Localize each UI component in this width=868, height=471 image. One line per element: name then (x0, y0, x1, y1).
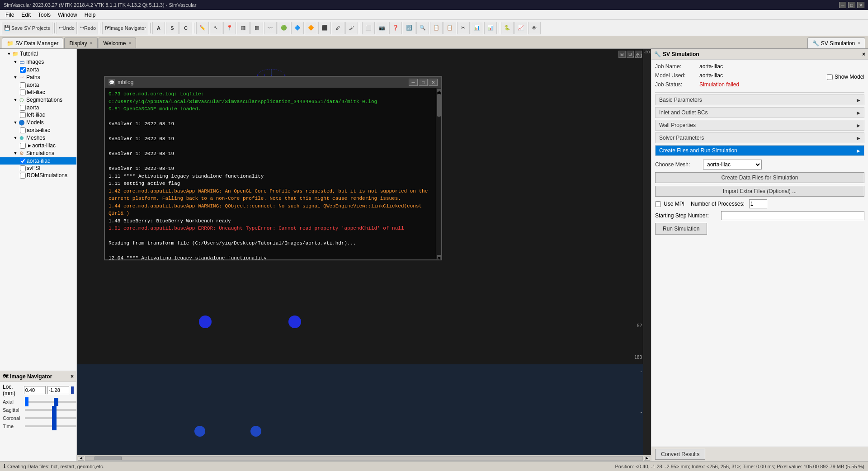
tree-arrow-images[interactable]: ▼ (13, 60, 18, 64)
tree-item-aorta-iliac-sim[interactable]: aorta-iliac (0, 157, 76, 165)
mode-a-button[interactable]: A (152, 22, 165, 34)
starting-step-input[interactable] (721, 211, 864, 220)
mesh-checkbox[interactable] (20, 143, 26, 149)
tool-23[interactable]: 🐍 (501, 22, 514, 34)
tree-item-left-iliac-path[interactable]: left-iliac (0, 89, 76, 96)
terminal-scroll-thumb[interactable] (437, 94, 441, 117)
tool-21[interactable]: 📊 (471, 22, 483, 34)
solver-params-section[interactable]: Solver Parameters ▶ (655, 132, 864, 143)
aorta-path-checkbox[interactable] (20, 82, 26, 88)
tool-4[interactable]: ▦ (237, 22, 250, 34)
tree-arrow-paths[interactable]: ▼ (13, 75, 18, 80)
use-mpi-checkbox[interactable] (655, 201, 661, 207)
tree-item-simulations[interactable]: ▼ ⚙ Simulations (0, 149, 76, 157)
loc-x-input[interactable] (24, 386, 46, 394)
coronal-slider[interactable] (25, 417, 76, 419)
terminal-scroll-up[interactable]: ▲ (437, 89, 441, 92)
tool-7[interactable]: 🟢 (278, 22, 290, 34)
tool-20[interactable]: ✂ (457, 22, 470, 34)
time-slider[interactable] (25, 425, 76, 427)
tool-19[interactable]: 📋 (443, 22, 456, 34)
terminal-scroll-down[interactable]: ▼ (437, 255, 441, 259)
left-iliac-path-checkbox[interactable] (20, 89, 26, 95)
basic-params-section[interactable]: Basic Parameters ▶ (655, 94, 864, 105)
terminal-maximize-button[interactable]: □ (419, 79, 428, 86)
loc-y-input[interactable] (47, 386, 69, 394)
aorta-seg-checkbox[interactable] (20, 105, 26, 111)
terminal-close-button[interactable]: ✕ (429, 79, 438, 86)
tool-17[interactable]: 🔍 (416, 22, 429, 34)
undo-button[interactable]: ↩ Undo (57, 22, 77, 34)
inlet-outlet-section[interactable]: Inlet and Outlet BCs ▶ (655, 107, 864, 118)
menu-tools[interactable]: Tools (34, 11, 54, 19)
scroll-track[interactable] (85, 456, 643, 461)
tool-15[interactable]: ❓ (389, 22, 402, 34)
tree-arrow-segs[interactable]: ▼ (13, 98, 18, 102)
tree-item-aorta-seg[interactable]: aorta (0, 104, 76, 111)
close-button[interactable]: ✕ (857, 2, 864, 8)
create-run-section[interactable]: Create Files and Run Simulation ▶ (655, 145, 864, 156)
close-welcome-button[interactable]: × (128, 41, 131, 46)
axial-slider[interactable] (27, 401, 76, 403)
tree-item-svfsi[interactable]: svFSI (0, 165, 76, 172)
terminal-output[interactable]: 0.73 core.mod.core.log: Logfile: C:/User… (105, 88, 436, 259)
wall-props-section[interactable]: Wall Properties ▶ (655, 120, 864, 131)
tree-item-paths[interactable]: ▼ 〰 Paths (0, 73, 76, 81)
mode-c-button[interactable]: C (179, 22, 192, 34)
num-procs-input[interactable] (749, 199, 767, 208)
show-model-checkbox[interactable] (827, 74, 833, 80)
tree-arrow-models[interactable]: ▼ (13, 120, 18, 125)
tool-2[interactable]: ↖ (210, 22, 222, 34)
tool-10[interactable]: ⬛ (318, 22, 331, 34)
tree-item-left-iliac-seg[interactable]: left-iliac (0, 111, 76, 118)
tree-arrow-tutorial[interactable]: ▼ (6, 52, 12, 56)
tool-22[interactable]: 📊 (484, 22, 497, 34)
close-image-nav-button[interactable]: × (71, 373, 74, 380)
left-iliac-seg-checkbox[interactable] (20, 112, 26, 118)
tree-item-aorta-iliac-mesh[interactable]: ▶ aorta-iliac (0, 142, 76, 149)
run-simulation-button[interactable]: Run Simulation (655, 223, 707, 235)
tree-item-segmentations[interactable]: ▼ ⬡ Segmentations (0, 96, 76, 104)
tree-item-meshes[interactable]: ▼ ⬢ Meshes (0, 134, 76, 142)
tool-9[interactable]: 🔶 (305, 22, 317, 34)
tool-6[interactable]: 〰 (264, 22, 277, 34)
sagittal-slider[interactable] (25, 409, 76, 411)
choose-mesh-dropdown[interactable]: aorta-iliac (703, 160, 762, 170)
tool-25[interactable]: 👁 (528, 22, 541, 34)
close-sim-panel-button[interactable]: × (862, 51, 865, 57)
tab-data-manager[interactable]: 📁 SV Data Manager (2, 38, 63, 48)
tree-item-aorta-iliac-model[interactable]: aorta-iliac (0, 127, 76, 134)
close-display-button[interactable]: × (90, 41, 93, 46)
axial-thumb[interactable] (25, 397, 28, 406)
tool-8[interactable]: 🔷 (291, 22, 304, 34)
maximize-button[interactable]: □ (848, 2, 855, 8)
menu-edit[interactable]: Edit (18, 11, 34, 19)
tool-24[interactable]: 📈 (514, 22, 527, 34)
mode-s-button[interactable]: S (166, 22, 179, 34)
terminal-minimize-button[interactable]: ─ (409, 79, 418, 86)
scroll-thumb[interactable] (94, 457, 122, 460)
tree-item-images[interactable]: ▼ 🗃 Images (0, 58, 76, 66)
tool-11[interactable]: 🖊 (332, 22, 344, 34)
tab-simulation[interactable]: 🔧 SV Simulation × (807, 38, 865, 48)
tool-16[interactable]: 🔢 (403, 22, 415, 34)
convert-results-button[interactable]: Convert Results (655, 449, 705, 460)
tree-arrow-meshes[interactable]: ▼ (13, 136, 18, 140)
tree-item-aorta-img[interactable]: aorta (0, 66, 76, 73)
tree-arrow-sims[interactable]: ▼ (13, 151, 18, 155)
terminal-title-bar[interactable]: 💬 mbilog ─ □ ✕ (105, 77, 441, 88)
tool-12[interactable]: 🖋 (345, 22, 358, 34)
save-projects-button[interactable]: 💾 Save SV Projects (2, 22, 52, 34)
tool-3[interactable]: 📍 (223, 22, 236, 34)
romsims-checkbox[interactable] (20, 173, 26, 179)
sim-checkbox[interactable] (20, 158, 26, 164)
tree-arrow-mesh-item[interactable]: ▶ (27, 143, 32, 148)
scroll-right-button[interactable]: ▶ (644, 456, 650, 461)
create-data-files-button[interactable]: Create Data Files for Simulation (655, 172, 864, 183)
tree-item-tutorial[interactable]: ▼ 📁 Tutorial (0, 50, 76, 58)
tool-14[interactable]: 📷 (376, 22, 388, 34)
tree-item-romsims[interactable]: ROMSimulations (0, 172, 76, 179)
close-simulation-button[interactable]: × (858, 41, 860, 46)
tool-5[interactable]: ▩ (250, 22, 263, 34)
import-extra-button[interactable]: Import Extra Files (Optional) ... (655, 186, 864, 197)
